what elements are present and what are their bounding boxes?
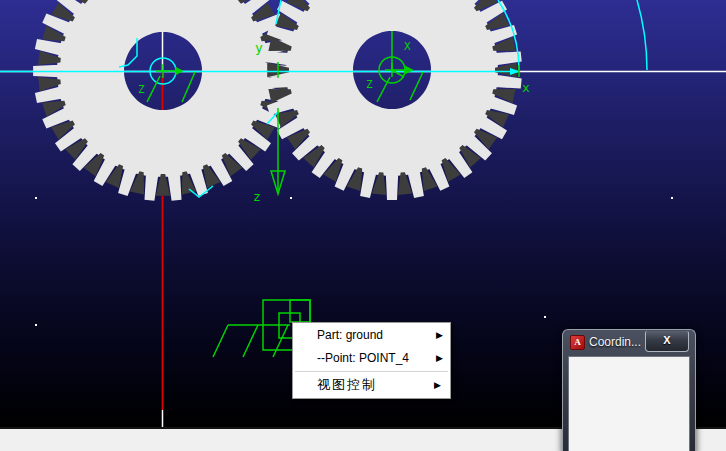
window-content-area[interactable] bbox=[568, 356, 690, 451]
menu-item-label: --Point: POINT_4 bbox=[317, 351, 409, 365]
menu-item-point4[interactable]: --Point: POINT_4 ▶ bbox=[293, 347, 450, 370]
outer-pitch-circle-arc bbox=[637, 0, 647, 70]
coordinates-window: A Coordin... X bbox=[562, 329, 696, 451]
close-button[interactable]: X bbox=[645, 331, 689, 352]
menu-item-part-ground[interactable]: Part: ground ▶ bbox=[293, 324, 450, 347]
label-right-center-z: Z bbox=[366, 78, 373, 91]
adams-app-icon: A bbox=[570, 335, 585, 350]
menu-separator bbox=[295, 371, 448, 372]
grid-dot bbox=[544, 316, 546, 318]
menu-item-label: Part: ground bbox=[317, 328, 383, 342]
menu-item-label: 视图控制 bbox=[317, 377, 377, 392]
submenu-arrow-icon: ▶ bbox=[436, 347, 443, 370]
window-title: Coordin... bbox=[589, 335, 641, 349]
submenu-arrow-icon: ▶ bbox=[436, 324, 443, 347]
grid-dot bbox=[35, 324, 37, 326]
label-z: z bbox=[253, 189, 261, 204]
label-x-axis-end: x bbox=[522, 80, 530, 95]
grid-dot bbox=[35, 197, 37, 199]
grid-dot bbox=[671, 197, 673, 199]
right-center-hatch bbox=[410, 72, 423, 100]
label-right-center-x: X bbox=[404, 40, 411, 53]
context-menu: Part: ground ▶ --Point: POINT_4 ▶ 视图控制 ▶ bbox=[292, 322, 451, 399]
menu-item-view-control[interactable]: 视图控制 ▶ bbox=[293, 373, 450, 397]
window-titlebar[interactable]: A Coordin... X bbox=[563, 330, 695, 356]
label-left-center-z: Z bbox=[138, 83, 145, 96]
grid-dot bbox=[290, 197, 292, 199]
submenu-arrow-icon: ▶ bbox=[434, 373, 443, 397]
working-grid-dots bbox=[35, 197, 673, 326]
adams-main-view: y z x Z X Z Part: ground ▶ --Point: POIN… bbox=[0, 0, 726, 451]
label-y: y bbox=[255, 40, 263, 55]
right-gear[interactable] bbox=[262, 0, 521, 200]
